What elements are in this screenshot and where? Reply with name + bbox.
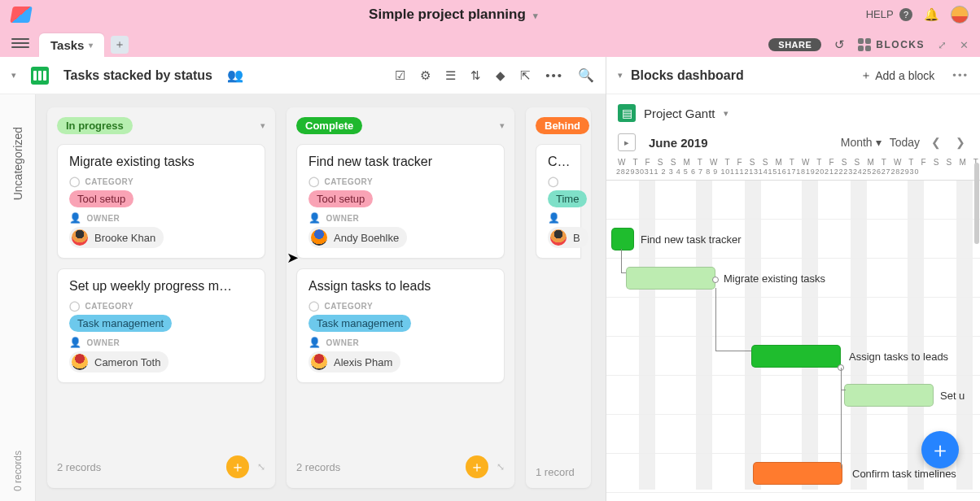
filter-icon[interactable]: ☰: [445, 68, 456, 83]
status-pill[interactable]: Complete: [296, 117, 362, 134]
owner-chip: Andy Boehlke: [308, 227, 407, 248]
card-title: Assign tasks to leads: [308, 279, 492, 294]
more-icon[interactable]: •••: [952, 69, 969, 81]
gantt-controls: ▸ June 2019 Month▾ Today ❮ ❯: [606, 132, 980, 156]
tag-icon: ◯: [308, 300, 320, 311]
search-icon[interactable]: 🔍: [578, 68, 594, 83]
kanban-panel: ▾ Tasks stacked by status 👥 ☑ ⚙ ☰ ⇅ ◆ ⇱ …: [0, 57, 606, 501]
card[interactable]: Conf ◯ Time 👤 B: [536, 144, 581, 259]
avatar: [550, 229, 567, 246]
share-view-icon[interactable]: ⇱: [520, 68, 531, 83]
tag-icon: ◯: [69, 300, 81, 311]
gantt-bar[interactable]: [751, 345, 841, 368]
more-icon[interactable]: •••: [545, 68, 563, 82]
user-avatar[interactable]: [951, 6, 969, 24]
base-title[interactable]: Simple project planning ▾: [41, 7, 866, 23]
card-title: Set up weekly progress m…: [69, 279, 253, 294]
lists: In progress ▾ Migrate existing tasks ◯CA…: [36, 94, 602, 501]
tab-label: Tasks: [50, 38, 84, 52]
person-icon: 👤: [69, 337, 82, 348]
card[interactable]: Set up weekly progress m… ◯CATEGORY Task…: [57, 268, 265, 383]
chevron-down-icon[interactable]: ▾: [618, 70, 623, 81]
field-category: ◯CATEGORY: [308, 176, 492, 187]
avatar: [311, 229, 327, 246]
view-name[interactable]: Tasks stacked by status: [63, 68, 212, 83]
chevron-down-icon: ▾: [89, 41, 93, 50]
bell-icon[interactable]: 🔔: [924, 7, 939, 22]
menu-icon[interactable]: [11, 34, 29, 52]
card[interactable]: Migrate existing tasks ◯CATEGORY Tool se…: [57, 144, 265, 259]
add-card-button[interactable]: ＋: [466, 455, 488, 478]
today-button[interactable]: Today: [890, 136, 920, 149]
view-toolbar: ▾ Tasks stacked by status 👥 ☑ ⚙ ☰ ⇅ ◆ ⇱ …: [0, 57, 606, 94]
card[interactable]: Find new task tracker ◯CATEGORY Tool set…: [296, 144, 505, 259]
prev-icon[interactable]: ❮: [928, 136, 944, 149]
app-logo[interactable]: [10, 7, 33, 23]
board: Uncategorized 0 records In progress ▾ Mi…: [0, 94, 606, 501]
next-icon[interactable]: ❯: [952, 136, 969, 149]
list-footer: 1 record: [536, 460, 581, 478]
category-pill: Tool setup: [308, 190, 373, 207]
collapse-icon[interactable]: ⤡: [497, 461, 505, 473]
gantt-bar[interactable]: [626, 267, 715, 290]
chevron-down-icon[interactable]: ▾: [724, 108, 728, 119]
owner-chip: B: [548, 227, 588, 248]
add-tab-button[interactable]: ＋: [111, 36, 129, 54]
gantt-body[interactable]: Find new task tracker Migrate existing t…: [606, 181, 980, 490]
add-block-button[interactable]: ＋Add a block: [860, 68, 934, 83]
add-fab-button[interactable]: ＋: [921, 431, 959, 468]
chevron-down-icon: ▾: [533, 11, 538, 20]
collaborators-icon[interactable]: 👥: [227, 68, 243, 83]
gear-icon[interactable]: ⚙: [420, 68, 431, 83]
block-name[interactable]: Project Gantt: [644, 107, 715, 120]
uncategorized-label: Uncategorized: [11, 127, 24, 200]
close-icon[interactable]: ✕: [960, 39, 969, 51]
sort-icon[interactable]: ⇅: [470, 68, 481, 83]
tab-row: Tasks ▾ ＋ SHARE ↺ BLOCKS ⤢ ✕: [0, 29, 980, 57]
color-icon[interactable]: ◆: [496, 68, 505, 83]
gantt-bar[interactable]: [844, 384, 934, 407]
list-footer: 2 records ＋ ⤡: [57, 449, 265, 478]
tag-icon: ◯: [308, 176, 320, 187]
gantt-bar[interactable]: [753, 462, 842, 485]
list-complete: Complete ▾ Find new task tracker ◯CATEGO…: [287, 107, 514, 488]
scrollbar[interactable]: [973, 163, 980, 460]
uncategorized-column[interactable]: Uncategorized 0 records: [0, 94, 36, 501]
kanban-icon[interactable]: [31, 67, 49, 85]
scale-select[interactable]: Month▾: [841, 136, 882, 149]
expand-icon[interactable]: ⤢: [938, 39, 947, 51]
field-owner: 👤OWNER: [69, 212, 253, 224]
checkbox-icon[interactable]: ☑: [395, 68, 405, 83]
field-category: ◯CATEGORY: [69, 176, 253, 187]
record-count: 2 records: [296, 461, 340, 473]
gantt-arrow: [841, 368, 846, 468]
add-card-button[interactable]: ＋: [226, 455, 249, 478]
chevron-down-icon[interactable]: ▾: [500, 120, 505, 131]
category-pill: Tool setup: [69, 190, 133, 207]
help-link[interactable]: HELP ?: [866, 8, 912, 21]
sheet-icon: ▤: [618, 104, 636, 122]
chevron-down-icon[interactable]: ▾: [260, 120, 265, 131]
status-pill[interactable]: Behind: [536, 117, 589, 134]
gantt-bar-label: Confirm task timelines: [852, 468, 956, 480]
card-title: Conf: [548, 155, 569, 169]
blocks-toggle[interactable]: BLOCKS: [858, 38, 925, 51]
history-icon[interactable]: ↺: [834, 37, 845, 52]
timeline-icon[interactable]: ▸: [618, 133, 636, 151]
block-title-row: ▤ Project Gantt ▾: [606, 94, 980, 132]
person-icon: 👤: [308, 212, 322, 224]
collapse-icon[interactable]: ⤡: [257, 461, 265, 473]
card[interactable]: Assign tasks to leads ◯CATEGORY Task man…: [296, 268, 505, 383]
field-owner: 👤OWNER: [69, 337, 253, 348]
chevron-down-icon[interactable]: ▾: [11, 70, 16, 81]
field-category: ◯: [548, 176, 569, 187]
record-count: 2 records: [57, 461, 101, 473]
card-title: Migrate existing tasks: [69, 155, 253, 169]
field-owner: 👤OWNER: [308, 337, 492, 348]
gantt-handle[interactable]: [712, 277, 719, 283]
status-pill[interactable]: In progress: [57, 117, 133, 134]
gantt-date-row: 282930311 2 3 4 5 6 7 8 9 10111213141516…: [606, 168, 980, 176]
tab-tasks[interactable]: Tasks ▾: [39, 33, 104, 57]
gantt-bar[interactable]: [611, 228, 634, 250]
share-button[interactable]: SHARE: [768, 38, 821, 51]
